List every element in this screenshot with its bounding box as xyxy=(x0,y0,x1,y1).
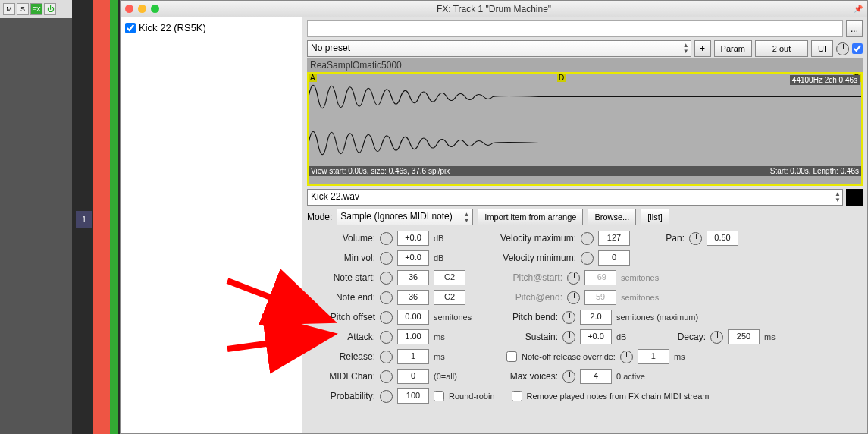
velmax-label: Velocity maximum: xyxy=(485,233,576,244)
sample-file-input[interactable]: Kick 22.wav ▲▼ xyxy=(307,189,843,206)
track-color-bar xyxy=(93,0,110,434)
midichan-input[interactable]: 0 xyxy=(397,369,429,384)
velmax-input[interactable]: 127 xyxy=(598,231,630,246)
volume-label: Volume: xyxy=(307,233,375,244)
fx-button[interactable]: FX xyxy=(30,3,42,15)
marker-a[interactable]: A xyxy=(309,74,317,82)
removenotes-label: Remove played notes from FX chain MIDI s… xyxy=(527,392,710,401)
mute-button[interactable]: M xyxy=(3,3,15,15)
list-button[interactable]: [list] xyxy=(641,209,669,225)
attack-knob[interactable] xyxy=(380,331,393,344)
sample-info: 44100Hz 2ch 0.46s xyxy=(790,75,860,85)
browse-button[interactable]: Browse... xyxy=(588,209,636,225)
noteend-knob[interactable] xyxy=(380,291,393,304)
notestart-input[interactable]: 36 xyxy=(397,270,429,285)
sustain-label: Sustain: xyxy=(485,332,558,342)
annotation-arrow-icon xyxy=(227,281,341,329)
maxvoices-label: Max voices: xyxy=(485,371,558,382)
import-button[interactable]: Import item from arrange xyxy=(478,209,583,225)
midichan-knob[interactable] xyxy=(380,370,393,383)
pitchend-knob[interactable] xyxy=(567,291,580,304)
maximize-icon[interactable] xyxy=(151,5,159,13)
velmax-knob[interactable] xyxy=(581,232,594,245)
volume-input[interactable]: +0.0 xyxy=(397,231,429,246)
svg-line-0 xyxy=(227,281,326,319)
svg-line-1 xyxy=(227,335,326,349)
attack-input[interactable]: 1.00 xyxy=(397,329,429,344)
pitchbend-input[interactable]: 2.0 xyxy=(580,310,612,325)
pitchstart-input[interactable]: -69 xyxy=(584,270,616,285)
volume-knob[interactable] xyxy=(380,232,393,245)
preset-select[interactable]: No preset ▲▼ xyxy=(307,40,691,57)
fx-menu-button[interactable]: ... xyxy=(846,20,863,37)
noteoff-input[interactable]: 1 xyxy=(638,349,669,364)
waveform-icon xyxy=(309,74,861,166)
chevron-updown-icon: ▲▼ xyxy=(463,212,469,224)
release-knob[interactable] xyxy=(380,351,393,363)
pin-icon[interactable]: 📌 xyxy=(854,5,863,13)
noteoff-label: Note-off release override: xyxy=(522,352,616,361)
notestart-note-input[interactable]: C2 xyxy=(434,270,465,285)
chevron-updown-icon: ▲▼ xyxy=(835,191,841,203)
pitchoffset-input[interactable]: 0.00 xyxy=(397,310,429,325)
fx-enable-checkbox[interactable] xyxy=(125,23,136,33)
waveform-display[interactable]: 44100Hz 2ch 0.46s A D R View start: 0.00… xyxy=(307,72,863,186)
noteoff-checkbox[interactable] xyxy=(506,351,517,362)
noteend-input[interactable]: 36 xyxy=(397,290,429,305)
pitchstart-knob[interactable] xyxy=(567,272,580,285)
sustain-knob[interactable] xyxy=(562,331,575,344)
mode-select[interactable]: Sample (Ignores MIDI note) ▲▼ xyxy=(337,209,473,225)
waveform-footer: View start: 0.00s, size: 0.46s, 37.6 spl… xyxy=(309,166,861,176)
track-number[interactable]: 1 xyxy=(76,211,92,228)
midichan-label: MIDI Chan: xyxy=(307,371,375,382)
decay-knob[interactable] xyxy=(710,331,723,344)
probability-knob[interactable] xyxy=(380,390,393,403)
param-button[interactable]: Param xyxy=(714,40,752,57)
notestart-knob[interactable] xyxy=(380,272,393,285)
pan-label: Pan: xyxy=(654,233,685,244)
velmin-input[interactable]: 0 xyxy=(598,250,630,266)
solo-button[interactable]: S xyxy=(17,3,29,15)
fx-window: FX: Track 1 "Drum Machine" 📌 Kick 22 (RS… xyxy=(120,0,868,434)
pan-knob[interactable] xyxy=(689,232,702,245)
decay-input[interactable]: 250 xyxy=(728,329,760,344)
pitchbend-knob[interactable] xyxy=(562,311,575,324)
pitchend-input[interactable]: 59 xyxy=(584,290,616,305)
annotation-arrow-icon xyxy=(227,326,341,360)
output-button[interactable]: 2 out xyxy=(755,40,808,57)
maxvoices-input[interactable]: 4 xyxy=(580,369,612,384)
noteend-note-input[interactable]: C2 xyxy=(434,290,465,305)
minvol-input[interactable]: +0.0 xyxy=(397,250,429,266)
velmin-knob[interactable] xyxy=(581,252,594,265)
removenotes-checkbox[interactable] xyxy=(512,391,522,401)
pitchoffset-knob[interactable] xyxy=(380,311,393,324)
velmin-label: Velocity minimum: xyxy=(485,253,576,263)
probability-input[interactable]: 100 xyxy=(397,388,429,404)
pan-input[interactable]: 0.50 xyxy=(707,231,738,246)
ui-button[interactable]: UI xyxy=(811,40,833,57)
add-preset-button[interactable]: + xyxy=(694,40,711,57)
chevron-updown-icon: ▲▼ xyxy=(683,42,689,55)
track-strip: M S FX ⏻ xyxy=(0,0,72,434)
release-input[interactable]: 1 xyxy=(397,349,429,364)
wet-knob[interactable] xyxy=(836,42,849,55)
close-icon[interactable] xyxy=(125,5,133,13)
noteoff-knob[interactable] xyxy=(620,351,633,363)
probability-label: Probability: xyxy=(307,391,375,401)
pitchstart-label: Pitch@start: xyxy=(490,272,562,283)
color-box[interactable] xyxy=(846,189,863,206)
fx-chain-item[interactable]: Kick 22 (RS5K) xyxy=(124,20,299,35)
minvol-knob[interactable] xyxy=(380,252,393,265)
titlebar[interactable]: FX: Track 1 "Drum Machine" 📌 xyxy=(121,1,867,17)
fx-chain-list[interactable]: Kick 22 (RS5K) xyxy=(121,17,302,433)
fx-comment-input[interactable] xyxy=(307,20,843,37)
pitchend-label: Pitch@end: xyxy=(490,292,562,303)
maxvoices-knob[interactable] xyxy=(562,370,575,383)
fx-item-label: Kick 22 (RS5K) xyxy=(139,22,206,33)
marker-d[interactable]: D xyxy=(557,74,566,82)
power-button[interactable]: ⏻ xyxy=(44,3,56,15)
roundrobin-checkbox[interactable] xyxy=(434,391,444,401)
minimize-icon[interactable] xyxy=(138,5,146,13)
sustain-input[interactable]: +0.0 xyxy=(580,329,612,344)
bypass-checkbox[interactable] xyxy=(852,43,863,54)
